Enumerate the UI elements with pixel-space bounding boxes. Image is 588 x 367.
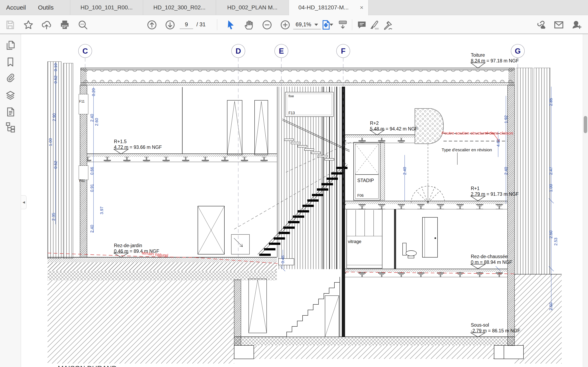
svg-text:1.92: 1.92 bbox=[504, 115, 508, 123]
document-canvas[interactable]: C D E F G 0.10 0.52 2.90 1.00 0.52 bbox=[21, 34, 583, 367]
document-tab-1[interactable]: HD_100_101_R00... bbox=[70, 0, 143, 15]
section-drawing: C D E F G 0.10 0.52 2.90 1.00 0.52 bbox=[21, 34, 583, 367]
window-f13-label: F13 bbox=[288, 111, 295, 115]
svg-text:1.00: 1.00 bbox=[549, 184, 553, 192]
drawing-title-partial: MAISON DURAND bbox=[58, 364, 117, 367]
zoom-in-icon[interactable] bbox=[279, 19, 291, 31]
menu-accueil[interactable]: Accueil bbox=[6, 0, 26, 15]
svg-text:2.85: 2.85 bbox=[549, 98, 553, 106]
bookmarks-icon[interactable] bbox=[5, 56, 16, 68]
close-tab-icon[interactable]: × bbox=[360, 0, 363, 15]
svg-text:0.46: 0.46 bbox=[281, 256, 285, 263]
tab-label: HD_100_101_R00... bbox=[80, 4, 132, 11]
svg-text:2.47: 2.47 bbox=[549, 167, 553, 175]
svg-text:0.66: 0.66 bbox=[90, 167, 94, 175]
svg-text:2.50: 2.50 bbox=[549, 231, 553, 239]
vertical-scrollbar[interactable] bbox=[583, 34, 588, 367]
save-icon[interactable] bbox=[4, 19, 16, 31]
level-name: Sous-sol bbox=[471, 322, 489, 328]
grid-bubbles: C D E F G bbox=[78, 44, 525, 58]
select-cursor-icon[interactable] bbox=[225, 19, 236, 31]
zoom-dropdown-caret-icon[interactable] bbox=[314, 24, 318, 26]
window-f01-label: F01 bbox=[79, 179, 85, 183]
spiral-stair-dashed bbox=[411, 144, 445, 204]
svg-text:1.00: 1.00 bbox=[48, 138, 53, 146]
layers-icon[interactable] bbox=[5, 90, 16, 101]
hand-tool-icon[interactable] bbox=[243, 19, 255, 31]
highlight-icon[interactable] bbox=[369, 19, 380, 31]
tags-icon[interactable] bbox=[5, 121, 16, 133]
tab-label: HD_102_300_R02... bbox=[153, 4, 205, 11]
scrollbar-thumb[interactable] bbox=[584, 116, 587, 133]
stadip-label: STADIP bbox=[357, 178, 374, 183]
basement-stair bbox=[287, 277, 340, 337]
zoom-level-value[interactable]: 69,1% bbox=[294, 15, 313, 34]
svg-text:2.50: 2.50 bbox=[549, 303, 553, 310]
svg-text:2.40: 2.40 bbox=[90, 114, 94, 122]
star-icon[interactable] bbox=[23, 19, 34, 31]
grid-label: E bbox=[279, 47, 284, 55]
svg-text:0.52: 0.52 bbox=[53, 76, 58, 83]
vitrage-label: vitrage bbox=[348, 239, 361, 244]
content-icon[interactable] bbox=[5, 106, 16, 118]
window-fixed-label: fixe bbox=[288, 94, 294, 98]
email-icon[interactable] bbox=[553, 19, 564, 31]
attachments-icon[interactable] bbox=[5, 72, 16, 84]
r2-details bbox=[411, 108, 508, 204]
tab-label: 04-HD_181207-M... bbox=[298, 4, 349, 11]
toolbar-divider bbox=[217, 19, 217, 30]
acrobat-window: Accueil Outils HD_100_101_R00... HD_102_… bbox=[0, 0, 588, 367]
zoom-out-icon[interactable] bbox=[261, 19, 273, 31]
window-f06-label: F06 bbox=[357, 193, 364, 198]
svg-text:0.52: 0.52 bbox=[53, 161, 58, 169]
svg-text:2.35: 2.35 bbox=[51, 213, 56, 221]
svg-text:0.20: 0.20 bbox=[91, 88, 96, 96]
svg-text:2.40: 2.40 bbox=[90, 225, 94, 233]
stair-note: Type d'escalier en révision bbox=[442, 147, 492, 152]
share-upload-icon[interactable] bbox=[41, 19, 52, 31]
roof bbox=[81, 68, 515, 85]
level-name: Rez-de-jardin bbox=[114, 243, 142, 248]
left-panel-bar bbox=[0, 34, 21, 367]
page-thumbnails-icon[interactable] bbox=[5, 40, 16, 51]
print-icon[interactable] bbox=[59, 19, 70, 31]
collapse-toolbar-icon[interactable] bbox=[337, 19, 348, 31]
level-name: Toiture bbox=[471, 52, 485, 58]
window-f11-label: F11 bbox=[79, 100, 85, 103]
grid-label: D bbox=[236, 47, 241, 55]
basement-slab bbox=[234, 280, 523, 359]
fit-dropdown-caret-icon[interactable] bbox=[329, 24, 333, 26]
svg-text:0.91: 0.91 bbox=[90, 184, 94, 192]
level-name: R+1.5 bbox=[114, 139, 127, 144]
menu-outils[interactable]: Outils bbox=[38, 0, 54, 15]
svg-text:2.60: 2.60 bbox=[94, 118, 99, 126]
svg-text:2.90: 2.90 bbox=[52, 113, 56, 121]
fill-sign-icon[interactable] bbox=[382, 19, 394, 31]
document-tab-4-active[interactable]: 04-HD_181207-M... × bbox=[289, 0, 369, 15]
svg-text:0.10: 0.10 bbox=[53, 63, 58, 71]
tab-label: HD_002_PLAN M... bbox=[227, 4, 277, 11]
document-tab-2[interactable]: HD_102_300_R02... bbox=[143, 0, 216, 15]
page-up-icon[interactable] bbox=[146, 19, 158, 31]
page-down-icon[interactable] bbox=[164, 19, 176, 31]
page-number-input[interactable] bbox=[180, 20, 193, 29]
svg-text:2.40: 2.40 bbox=[504, 167, 508, 175]
main-toolbar: / 31 69,1% bbox=[0, 15, 588, 34]
svg-text:2.53: 2.53 bbox=[553, 238, 558, 246]
svg-text:3.97: 3.97 bbox=[99, 207, 104, 215]
zoom-underline bbox=[293, 29, 321, 29]
comment-icon[interactable] bbox=[356, 19, 367, 31]
level-name: R+1 bbox=[471, 186, 480, 191]
tab-bar: Accueil Outils HD_100_101_R00... HD_102_… bbox=[0, 0, 588, 15]
document-tab-3[interactable]: HD_002_PLAN M... bbox=[216, 0, 289, 15]
grid-label: C bbox=[82, 47, 88, 55]
search-icon[interactable] bbox=[77, 19, 89, 31]
level-name: R+2 bbox=[370, 120, 379, 126]
grid-label: F bbox=[341, 47, 346, 55]
share-link-icon[interactable] bbox=[535, 19, 547, 31]
beam-note: Poutre soutien structurel dans cloison bbox=[442, 131, 513, 135]
page-count-label: / 31 bbox=[196, 15, 206, 34]
panel-collapse-button[interactable]: ◀ bbox=[21, 195, 26, 209]
level-name: Rez-de-chaussée bbox=[471, 254, 508, 259]
add-person-icon[interactable] bbox=[571, 19, 582, 31]
